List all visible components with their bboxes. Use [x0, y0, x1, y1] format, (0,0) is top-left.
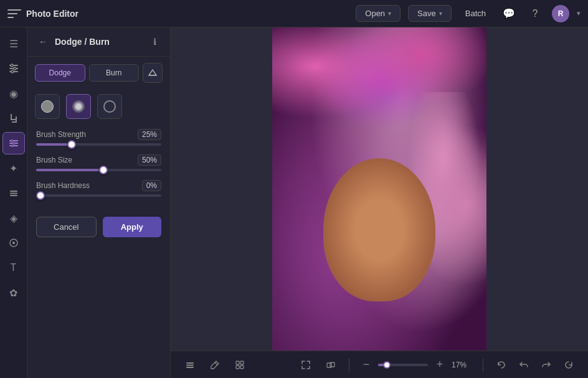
- sidebar-item-objects[interactable]: ◈: [2, 207, 25, 229]
- brush-strength-thumb[interactable]: [67, 140, 76, 149]
- app-title: Photo Editor: [26, 9, 78, 19]
- svg-point-4: [14, 67, 16, 70]
- brush-options: [27, 89, 170, 124]
- panel-info-button[interactable]: ℹ: [148, 35, 161, 49]
- svg-rect-22: [186, 362, 194, 364]
- save-label: Save: [417, 9, 436, 18]
- bottom-right-icons: [492, 356, 578, 374]
- feather-circle-icon: [103, 100, 116, 113]
- edit-bottom-icon[interactable]: [206, 356, 224, 374]
- brush-strength-fill: [36, 143, 67, 146]
- sidebar-item-crop[interactable]: [2, 107, 25, 130]
- sidebar-item-paint[interactable]: [2, 132, 25, 154]
- save-chevron-icon: ▾: [439, 10, 442, 17]
- svg-rect-26: [236, 361, 239, 364]
- sidebar-item-export[interactable]: [2, 232, 25, 254]
- zoom-out-button[interactable]: −: [358, 357, 374, 373]
- brush-strength-slider-row: Brush Strength 25%: [36, 129, 161, 146]
- svg-rect-18: [10, 195, 17, 196]
- face-element: [323, 158, 435, 301]
- panel-actions: Cancel Apply: [27, 210, 170, 243]
- brush-size-label-row: Brush Size 50%: [36, 154, 161, 166]
- svg-line-25: [215, 362, 217, 365]
- chat-icon[interactable]: 💬: [500, 4, 518, 23]
- topbar-right: 💬 ? R ▾: [500, 4, 581, 23]
- reset-icon[interactable]: [559, 356, 578, 374]
- grid-bottom-icon[interactable]: [230, 356, 249, 374]
- sidebar-item-text[interactable]: T: [2, 257, 25, 279]
- brush-size-track[interactable]: [36, 169, 161, 171]
- main-area: ☰ ◉: [0, 27, 588, 378]
- bottom-separator-2: [483, 359, 483, 371]
- eraser-tool[interactable]: [143, 63, 163, 83]
- dodge-tab[interactable]: Dodge: [35, 64, 85, 82]
- svg-rect-17: [10, 193, 17, 194]
- svg-rect-23: [186, 364, 194, 366]
- open-label: Open: [365, 9, 385, 18]
- svg-rect-9: [12, 121, 17, 123]
- svg-point-13: [11, 140, 12, 142]
- save-button[interactable]: Save ▾: [408, 5, 452, 22]
- burn-tab[interactable]: Burn: [89, 64, 140, 82]
- brush-strength-track[interactable]: [36, 143, 161, 146]
- expand-icon[interactable]: [321, 356, 340, 374]
- undo-icon[interactable]: [514, 356, 533, 374]
- redo-icon[interactable]: [537, 356, 556, 374]
- panel-header: ← Dodge / Burn ℹ: [27, 27, 170, 57]
- layers-bottom-icon[interactable]: [181, 356, 199, 374]
- sidebar-item-adjustments[interactable]: [2, 57, 25, 80]
- sidebar-item-layers[interactable]: [2, 182, 25, 204]
- svg-point-15: [11, 145, 13, 147]
- zoom-value: 17%: [452, 361, 474, 369]
- zoom-slider-track[interactable]: [378, 364, 428, 366]
- cancel-button[interactable]: Cancel: [36, 217, 97, 237]
- brush-size-value: 50%: [138, 154, 161, 166]
- help-icon[interactable]: ?: [526, 4, 544, 23]
- brush-hardness-thumb[interactable]: [36, 191, 45, 200]
- soft-circle-icon: [72, 100, 85, 113]
- slider-section: Brush Strength 25% Brush Size 50%: [27, 124, 170, 210]
- photo-canvas[interactable]: [272, 27, 486, 351]
- brush-hardness-label-row: Brush Hardness 0%: [36, 180, 161, 191]
- canvas-viewport[interactable]: [171, 27, 588, 351]
- feather-brush-option[interactable]: [97, 94, 122, 119]
- bottombar: − + 17%: [171, 351, 588, 378]
- svg-point-5: [11, 70, 14, 73]
- panel-tabs: Dodge Burn: [27, 57, 170, 89]
- hard-circle-icon: [41, 100, 54, 113]
- logo-icon: [7, 7, 21, 21]
- sidebar-item-effects[interactable]: ✿: [2, 281, 25, 304]
- dodge-burn-panel: ← Dodge / Burn ℹ Dodge Burn: [27, 27, 171, 378]
- hard-brush-option[interactable]: [35, 94, 60, 119]
- svg-rect-29: [240, 366, 244, 369]
- batch-button[interactable]: Batch: [459, 6, 492, 21]
- avatar-chevron-icon[interactable]: ▾: [577, 9, 581, 17]
- fit-screen-icon[interactable]: [296, 356, 315, 374]
- brush-strength-label-row: Brush Strength 25%: [36, 129, 161, 140]
- panel-title: Dodge / Burn: [55, 37, 143, 47]
- svg-point-3: [11, 64, 13, 67]
- brush-size-thumb[interactable]: [99, 166, 108, 174]
- svg-rect-16: [10, 191, 17, 192]
- brush-hardness-value: 0%: [142, 180, 161, 191]
- zoom-slider-thumb[interactable]: [383, 361, 391, 369]
- open-chevron-icon: ▾: [388, 10, 391, 17]
- brush-size-fill: [36, 169, 99, 171]
- zoom-in-button[interactable]: +: [432, 357, 448, 373]
- sidebar-item-view[interactable]: ◉: [2, 82, 25, 105]
- brush-hardness-track[interactable]: [36, 194, 161, 197]
- sidebar-icons: ☰ ◉: [0, 27, 27, 378]
- brush-strength-value: 25%: [138, 129, 161, 140]
- panel-back-button[interactable]: ←: [36, 35, 50, 48]
- brush-hardness-label: Brush Hardness: [36, 181, 90, 190]
- topbar: Photo Editor Open ▾ Save ▾ Batch 💬 ? R ▾: [0, 0, 588, 27]
- sidebar-item-menu[interactable]: ☰: [2, 32, 25, 55]
- apply-button[interactable]: Apply: [103, 217, 162, 237]
- brush-strength-label: Brush Strength: [36, 130, 86, 139]
- open-button[interactable]: Open ▾: [356, 5, 401, 22]
- avatar[interactable]: R: [552, 5, 569, 22]
- svg-rect-24: [186, 367, 194, 368]
- history-back-icon[interactable]: [492, 356, 511, 374]
- sidebar-item-retouch[interactable]: ✦: [2, 157, 25, 179]
- soft-brush-option[interactable]: [66, 94, 91, 119]
